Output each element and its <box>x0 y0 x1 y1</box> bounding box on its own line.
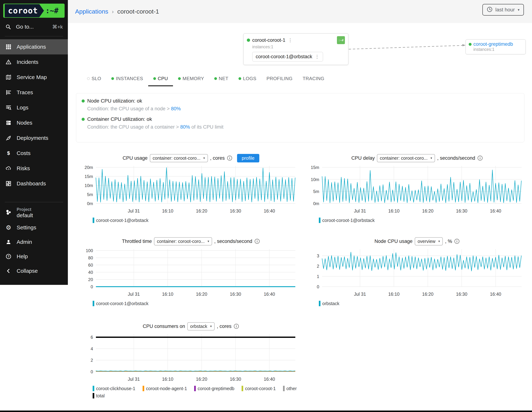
logo-terminal-badge: :~# <box>45 7 58 15</box>
legend-item[interactable]: coroot-clickhouse-1 <box>93 386 135 391</box>
sidebar-item-admin[interactable]: Admin <box>0 235 68 249</box>
legend-label: coroot-node-agent-1 <box>146 386 187 391</box>
check-container-cpu: Container CPU utilization: ok Condition:… <box>82 116 519 130</box>
legend-item[interactable]: total <box>93 393 104 398</box>
goto-label: Go to... <box>16 24 52 30</box>
linked-instances-label: instances:1 <box>473 47 522 52</box>
svg-text:20m: 20m <box>85 165 93 170</box>
question-circle-icon: ? <box>5 253 12 260</box>
gear-icon: ⚙ <box>5 225 12 231</box>
project-name: default <box>17 212 33 218</box>
cpu-usage-selector[interactable]: container: coroot-coro...▾ <box>150 154 208 162</box>
tab-cpu[interactable]: CPU <box>148 76 173 86</box>
instance-chip[interactable]: coroot-coroot-1@orbstack ⋮ <box>252 52 323 62</box>
linked-service-link[interactable]: coroot-greptimedb <box>473 41 513 47</box>
threshold-link[interactable]: 80% <box>171 106 181 112</box>
profile-button[interactable]: profile <box>237 154 259 162</box>
kebab-menu-icon[interactable]: ⋮ <box>288 37 293 43</box>
cpu-consumers-legend: coroot-clickhouse-1coroot-node-agent-1co… <box>78 386 297 398</box>
goto-search[interactable]: Go to... ⌘+k <box>0 20 68 33</box>
chart-cpu-usage: CPU usagecontainer: coroot-coro...▾, cor… <box>78 153 304 223</box>
sidebar: coroot :~# Go to... ⌘+k ApplicationsInci… <box>0 0 68 285</box>
legend-item[interactable]: coroot-coroot-1 <box>242 386 276 391</box>
sidebar-item-settings[interactable]: ⚙Settings <box>0 220 68 235</box>
tab-tracing[interactable]: TRACING <box>298 76 330 86</box>
tab-memory[interactable]: MEMORY <box>173 76 209 86</box>
sidebar-item-dashboards[interactable]: Dashboards <box>0 176 68 191</box>
sidebar-item-costs[interactable]: $Costs <box>0 146 68 161</box>
person-icon <box>5 239 12 245</box>
info-icon[interactable] <box>477 155 483 161</box>
svg-text:60: 60 <box>88 262 93 268</box>
throttled-time-selector[interactable]: container: coroot-coro...▾ <box>154 237 212 245</box>
sidebar-item-applications[interactable]: Applications <box>0 39 68 55</box>
legend-item[interactable]: coroot-coroot-1@orbstack <box>93 301 148 306</box>
sidebar-item-project[interactable]: Project default <box>0 205 68 220</box>
time-range-picker[interactable]: last hour ▾ <box>482 4 524 16</box>
svg-text:40: 40 <box>88 270 93 275</box>
breadcrumb-applications-link[interactable]: Applications <box>75 8 108 15</box>
info-icon[interactable] <box>254 239 260 244</box>
info-icon[interactable] <box>454 239 460 244</box>
node-instances-label: instances:1 <box>252 45 345 49</box>
svg-text:Jul 31: Jul 31 <box>128 291 140 297</box>
trace-list-icon <box>5 89 12 95</box>
legend-swatch <box>283 386 285 391</box>
legend-item[interactable]: orbstack <box>319 301 339 306</box>
coroot-logo[interactable]: coroot :~# <box>0 0 68 20</box>
threshold-link[interactable]: 80% <box>180 124 190 130</box>
tab-label: MEMORY <box>183 76 204 81</box>
sidebar-item-label: Applications <box>17 44 46 50</box>
cpu-delay-selector[interactable]: container: coroot-coro...▾ <box>377 154 435 162</box>
sidebar-item-label: Deployments <box>17 135 48 141</box>
tab-label: CPU <box>158 76 168 81</box>
tab-slo[interactable]: SLO <box>82 76 106 86</box>
cpu-consumers-selector[interactable]: orbstack▾ <box>187 322 215 330</box>
svg-text:Jul 31: Jul 31 <box>354 208 366 213</box>
sidebar-item-incidents[interactable]: Incidents <box>0 55 68 70</box>
legend-item[interactable]: coroot-node-agent-1 <box>142 386 187 391</box>
sidebar-item-risks[interactable]: Risks <box>0 161 68 176</box>
bottom-edge-bar <box>0 411 532 412</box>
svg-text:4: 4 <box>91 346 93 351</box>
sidebar-item-traces[interactable]: Traces <box>0 85 68 100</box>
legend-swatch <box>242 386 243 391</box>
kebab-menu-icon[interactable]: ⋮ <box>315 54 320 59</box>
legend-label: orbstack <box>322 301 339 306</box>
legend-item[interactable]: coroot-coroot-1@orbstack <box>319 218 375 223</box>
svg-text:80: 80 <box>88 255 93 260</box>
legend-item[interactable]: coroot-greptimedb <box>194 386 234 391</box>
sidebar-item-collapse[interactable]: Collapse <box>0 264 68 278</box>
info-icon[interactable] <box>234 324 239 329</box>
tab-status-dot <box>87 77 90 80</box>
sidebar-item-service-map[interactable]: Service Map <box>0 70 68 85</box>
check-node-cpu: Node CPU utilization: ok Condition: the … <box>82 98 519 112</box>
sidebar-item-nodes[interactable]: Nodes <box>0 115 68 131</box>
check-condition: Condition: the CPU usage of a container … <box>87 124 519 130</box>
legend-item[interactable]: coroot-coroot-1@orbstack <box>93 218 148 223</box>
svg-text:?: ? <box>8 255 10 258</box>
sidebar-item-deployments[interactable]: Deployments <box>0 131 68 146</box>
linked-service-card[interactable]: coroot-greptimedb instances:1 <box>466 39 526 54</box>
selector-value: container: coroot-coro... <box>380 156 428 161</box>
sidebar-item-logs[interactable]: Logs <box>0 100 68 115</box>
legend-swatch <box>93 393 94 398</box>
tab-profiling[interactable]: PROFILING <box>261 76 298 86</box>
breadcrumb: Applications › coroot-coroot-1 <box>75 8 159 15</box>
sidebar-item-label: Nodes <box>17 120 32 126</box>
svg-text:16:10: 16:10 <box>162 376 173 382</box>
sidebar-item-label: Help <box>17 253 28 260</box>
sidebar-item-label: Settings <box>17 225 36 231</box>
cpu-consumers-title-row: CPU consumers onorbstack▾, cores <box>78 321 304 331</box>
sidebar-item-help[interactable]: ?Help <box>0 249 68 264</box>
tab-logs[interactable]: LOGS <box>233 76 261 86</box>
service-node-card[interactable]: coroot-coroot-1 ⋮ :~# instances:1 coroot… <box>243 33 348 65</box>
tab-net[interactable]: NET <box>209 76 233 86</box>
tab-instances[interactable]: INSTANCES <box>106 76 148 86</box>
legend-item[interactable]: other <box>283 386 297 391</box>
svg-text:20: 20 <box>88 277 93 282</box>
cpu-delay-unit: , seconds/second <box>437 155 475 161</box>
node-cpu-usage-selector[interactable]: overview▾ <box>415 237 443 245</box>
breadcrumb-current: coroot-coroot-1 <box>117 8 159 15</box>
info-icon[interactable] <box>227 155 232 161</box>
